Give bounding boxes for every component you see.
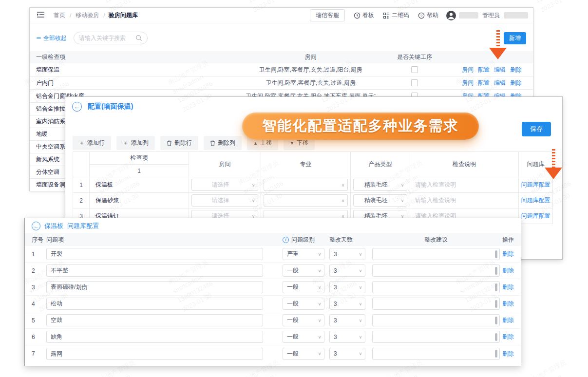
- input-scroll-thumb: [495, 317, 497, 324]
- breadcrumb-current: 验房问题库: [109, 11, 138, 19]
- kanban-button[interactable]: 看板: [354, 11, 374, 19]
- advice-input[interactable]: [372, 264, 500, 277]
- col-header-item: 一级检查项: [36, 53, 246, 61]
- check-desc-input[interactable]: 请输入检查说明: [415, 181, 456, 188]
- add-column-button[interactable]: ＋添加列: [116, 136, 155, 150]
- row-action-delete[interactable]: 删除: [510, 79, 522, 87]
- delete-row-link[interactable]: 删除: [502, 350, 514, 357]
- breadcrumb-section[interactable]: 移动验房: [76, 11, 99, 19]
- issue-level-select[interactable]: 一般: [283, 281, 324, 293]
- promo-banner: 智能化配置适配多种业务需求: [242, 113, 479, 140]
- question-bank-window: 保温板 问题库配置 序号 问题项 问题级别 整改天数 整改建议 操作 1 严重 …: [24, 218, 521, 366]
- table-controls: 全部收起 新增: [30, 23, 533, 44]
- fix-days-select[interactable]: 3: [329, 314, 365, 326]
- qrcode-button[interactable]: 二维码: [383, 11, 409, 19]
- major-select[interactable]: [264, 194, 348, 207]
- delete-row-link[interactable]: 删除: [502, 250, 514, 257]
- row-seq: 5: [32, 317, 46, 324]
- row-action-edit[interactable]: 编辑: [494, 79, 506, 87]
- check-desc-input[interactable]: 请输入检查说明: [415, 197, 456, 204]
- row-action-edit[interactable]: 编辑: [494, 66, 506, 74]
- bank-table-header: 序号 问题项 问题级别 整改天数 整改建议 操作: [25, 233, 521, 246]
- breadcrumb-home[interactable]: 首页: [54, 11, 65, 19]
- bank-table-body: 1 严重 3 删除 2 一般 3 删除 3 一般 3 删: [25, 246, 521, 362]
- back-arrow-icon[interactable]: [72, 102, 82, 112]
- product-type-select[interactable]: 精装毛坯: [353, 179, 407, 191]
- advice-input[interactable]: [372, 298, 500, 310]
- issue-level-select[interactable]: 一般: [283, 298, 324, 310]
- col-header-product: 产品类型: [351, 152, 410, 177]
- search-input[interactable]: [79, 35, 135, 41]
- row-action-room[interactable]: 房间: [462, 66, 474, 74]
- advice-input[interactable]: [372, 281, 500, 293]
- room-select[interactable]: 请选择: [191, 194, 258, 207]
- row-seq: 2: [32, 267, 46, 274]
- issue-level-select[interactable]: 严重: [283, 248, 324, 260]
- col-subheader-index: 1: [90, 165, 189, 177]
- issue-item-input[interactable]: [46, 264, 263, 277]
- advice-input[interactable]: [372, 248, 500, 260]
- info-icon[interactable]: [283, 237, 289, 243]
- fix-days-select[interactable]: 3: [329, 281, 365, 293]
- issue-item-input[interactable]: [46, 331, 263, 343]
- fix-days-select[interactable]: 3: [329, 298, 365, 310]
- bank-config-link[interactable]: 问题库配置: [521, 181, 550, 188]
- watermark-tile: 南山地产管理员snsdcadmin138001324862023-01-30: [0, 0, 7, 15]
- save-button[interactable]: 保存: [522, 122, 551, 136]
- advice-input[interactable]: [372, 331, 500, 343]
- delete-row-link[interactable]: 删除: [502, 267, 514, 274]
- bank-config-link[interactable]: 问题库配置: [521, 212, 550, 219]
- delete-row-link[interactable]: 删除: [502, 333, 514, 340]
- fix-days-select[interactable]: 3: [329, 331, 365, 343]
- row-seq: 4: [32, 301, 46, 307]
- issue-level-select[interactable]: 一般: [283, 348, 324, 360]
- advice-input[interactable]: [372, 348, 500, 360]
- issue-level-select[interactable]: 一般: [283, 264, 324, 277]
- fix-days-select[interactable]: 3: [329, 264, 365, 277]
- issue-item-input[interactable]: [46, 248, 263, 260]
- issue-item-input[interactable]: [46, 314, 263, 326]
- delete-row-link[interactable]: 删除: [502, 317, 514, 323]
- fix-days-select[interactable]: 3: [329, 348, 365, 360]
- fix-days-select[interactable]: 3: [329, 248, 365, 260]
- col-header-major: 专业: [261, 152, 351, 177]
- key-process-checkbox[interactable]: [411, 66, 418, 73]
- room-select[interactable]: 请选择: [191, 179, 258, 191]
- advice-input[interactable]: [372, 314, 500, 326]
- row-action-delete[interactable]: 删除: [510, 66, 522, 74]
- user-avatar[interactable]: [446, 11, 456, 20]
- config-row: 2 保温砂浆 请选择 精装毛坯 请输入检查说明 问题库配置: [73, 193, 553, 208]
- back-arrow-icon[interactable]: [32, 222, 40, 230]
- bank-config-link[interactable]: 问题库配置: [521, 197, 550, 204]
- add-row-button[interactable]: ＋添加行: [73, 136, 111, 150]
- row-action-config[interactable]: 配置: [478, 66, 490, 74]
- delete-row-link[interactable]: 删除: [502, 283, 514, 290]
- customer-service-button[interactable]: 瑞信客服: [310, 9, 345, 21]
- collapse-sidebar-icon[interactable]: [37, 11, 45, 19]
- breadcrumb-separator: /: [70, 12, 71, 19]
- key-process-checkbox[interactable]: [411, 79, 418, 86]
- input-scroll-thumb: [495, 283, 497, 291]
- issue-level-select[interactable]: 一般: [283, 331, 324, 343]
- search-icon: [135, 35, 142, 41]
- arrow-dashed-stem: [552, 149, 555, 168]
- row-action-config[interactable]: 配置: [478, 79, 490, 87]
- help-button[interactable]: ? 帮助: [418, 11, 438, 19]
- collapse-all-toggle[interactable]: 全部收起: [37, 34, 67, 42]
- config-row: 1 保温板 请选择 精装毛坯 请输入检查说明 问题库配置: [73, 177, 553, 193]
- row-action-room[interactable]: 房间: [462, 79, 474, 87]
- promo-banner-text: 智能化配置适配多种业务需求: [263, 116, 459, 136]
- issue-item-input[interactable]: [46, 281, 263, 293]
- major-select[interactable]: [264, 179, 348, 191]
- add-button[interactable]: 新增: [504, 32, 526, 44]
- delete-column-button[interactable]: 删除列: [204, 136, 242, 150]
- delete-row-button[interactable]: 删除行: [160, 136, 198, 150]
- issue-item-input[interactable]: [46, 348, 263, 360]
- bank-item-name: 保温板: [44, 222, 63, 230]
- issue-item-input[interactable]: [46, 298, 263, 310]
- col-header-seq: 序号: [32, 236, 46, 244]
- product-type-select[interactable]: 精装毛坯: [353, 194, 407, 207]
- delete-row-link[interactable]: 删除: [502, 300, 514, 307]
- row-item-name: 新风系统: [36, 155, 59, 164]
- issue-level-select[interactable]: 一般: [283, 314, 324, 326]
